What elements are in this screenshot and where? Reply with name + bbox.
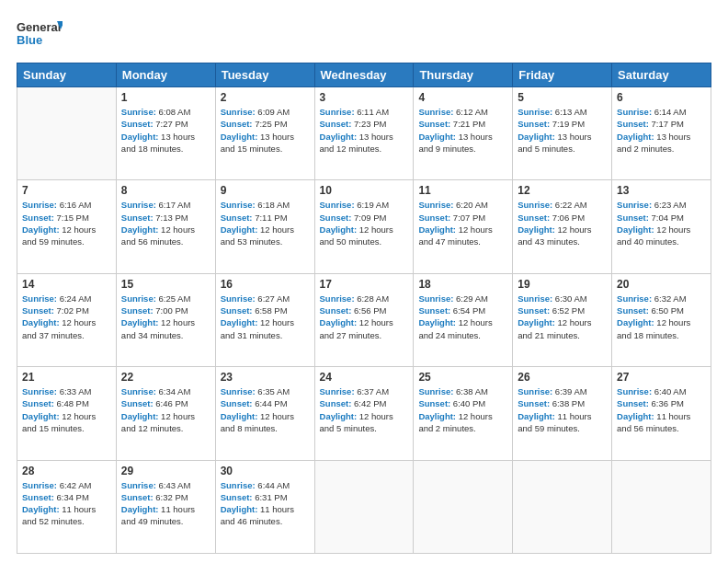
sunrise-label: Sunrise:	[221, 200, 256, 210]
sunrise-label: Sunrise:	[418, 386, 453, 396]
day-number: 27	[617, 371, 706, 384]
calendar-cell: 7 Sunrise: 6:16 AM Sunset: 7:15 PM Dayli…	[17, 180, 117, 273]
daylight-label: Daylight:	[617, 224, 654, 235]
sunrise-label: Sunrise:	[221, 480, 256, 490]
header: General Blue	[17, 17, 711, 53]
sunset-label: Sunset:	[418, 398, 450, 408]
day-info: Sunrise: 6:42 AM Sunset: 6:34 PM Dayligh…	[22, 479, 111, 528]
calendar-week-row: 7 Sunrise: 6:16 AM Sunset: 7:15 PM Dayli…	[17, 180, 711, 273]
day-info: Sunrise: 6:30 AM Sunset: 6:52 PM Dayligh…	[518, 293, 607, 341]
day-number: 18	[418, 278, 507, 291]
sunrise-label: Sunrise:	[22, 293, 57, 304]
day-info: Sunrise: 6:22 AM Sunset: 7:06 PM Dayligh…	[518, 199, 607, 247]
sunset-label: Sunset:	[121, 213, 154, 223]
calendar-cell: 23 Sunrise: 6:35 AM Sunset: 6:44 PM Dayl…	[215, 367, 314, 460]
day-info: Sunrise: 6:09 AM Sunset: 7:25 PM Dayligh…	[221, 106, 310, 155]
daylight-label: Daylight:	[617, 411, 654, 421]
sunset-label: Sunset:	[617, 119, 649, 129]
weekday-row: SundayMondayTuesdayWednesdayThursdayFrid…	[17, 63, 711, 87]
day-info: Sunrise: 6:28 AM Sunset: 6:56 PM Dayligh…	[320, 293, 409, 341]
day-info: Sunrise: 6:27 AM Sunset: 6:58 PM Dayligh…	[221, 293, 310, 341]
sunrise-label: Sunrise:	[121, 200, 156, 210]
sunrise-label: Sunrise:	[121, 293, 156, 304]
weekday-header: Thursday	[414, 63, 513, 87]
calendar-cell: 18 Sunrise: 6:29 AM Sunset: 6:54 PM Dayl…	[414, 273, 513, 366]
calendar-cell: 28 Sunrise: 6:42 AM Sunset: 6:34 PM Dayl…	[17, 460, 117, 553]
daylight-label: Daylight:	[518, 317, 555, 327]
sunset-label: Sunset:	[518, 119, 550, 129]
calendar-cell: 4 Sunrise: 6:12 AM Sunset: 7:21 PM Dayli…	[414, 87, 513, 180]
daylight-label: Daylight:	[221, 317, 258, 327]
calendar-cell: 3 Sunrise: 6:11 AM Sunset: 7:23 PM Dayli…	[314, 87, 414, 180]
day-info: Sunrise: 6:25 AM Sunset: 7:00 PM Dayligh…	[121, 293, 210, 341]
day-number: 15	[121, 278, 210, 291]
calendar-cell: 16 Sunrise: 6:27 AM Sunset: 6:58 PM Dayl…	[215, 273, 314, 366]
sunrise-label: Sunrise:	[617, 386, 652, 396]
sunrise-label: Sunrise:	[617, 200, 652, 210]
weekday-header: Sunday	[17, 63, 117, 87]
calendar-cell	[513, 460, 612, 553]
day-info: Sunrise: 6:38 AM Sunset: 6:40 PM Dayligh…	[418, 385, 507, 434]
sunrise-label: Sunrise:	[518, 293, 552, 304]
day-info: Sunrise: 6:19 AM Sunset: 7:09 PM Dayligh…	[320, 199, 409, 247]
day-info: Sunrise: 6:14 AM Sunset: 7:17 PM Dayligh…	[617, 106, 706, 155]
sunset-label: Sunset:	[617, 305, 649, 316]
sunset-label: Sunset:	[320, 305, 352, 316]
daylight-label: Daylight:	[121, 504, 159, 514]
day-number: 4	[418, 91, 507, 104]
sunrise-label: Sunrise:	[221, 386, 256, 396]
sunrise-label: Sunrise:	[320, 107, 355, 117]
daylight-label: Daylight:	[221, 504, 258, 514]
day-number: 12	[518, 184, 607, 197]
calendar-cell: 13 Sunrise: 6:23 AM Sunset: 7:04 PM Dayl…	[612, 180, 711, 273]
day-info: Sunrise: 6:29 AM Sunset: 6:54 PM Dayligh…	[418, 293, 507, 341]
sunset-label: Sunset:	[221, 398, 253, 408]
daylight-label: Daylight:	[320, 411, 358, 421]
weekday-header: Friday	[513, 63, 612, 87]
day-number: 10	[320, 184, 409, 197]
day-info: Sunrise: 6:43 AM Sunset: 6:32 PM Dayligh…	[121, 479, 210, 528]
calendar-cell: 6 Sunrise: 6:14 AM Sunset: 7:17 PM Dayli…	[612, 87, 711, 180]
sunrise-label: Sunrise:	[518, 386, 552, 396]
sunset-label: Sunset:	[121, 119, 154, 129]
sunrise-label: Sunrise:	[518, 200, 552, 210]
day-info: Sunrise: 6:23 AM Sunset: 7:04 PM Dayligh…	[617, 199, 706, 247]
sunset-label: Sunset:	[22, 213, 54, 223]
sunset-label: Sunset:	[518, 213, 550, 223]
daylight-label: Daylight:	[22, 504, 60, 514]
svg-text:Blue: Blue	[17, 33, 42, 47]
day-number: 30	[221, 465, 310, 477]
day-number: 28	[22, 465, 111, 477]
day-number: 3	[320, 91, 409, 104]
day-info: Sunrise: 6:12 AM Sunset: 7:21 PM Dayligh…	[418, 106, 507, 155]
calendar-cell	[17, 87, 117, 180]
day-info: Sunrise: 6:40 AM Sunset: 6:36 PM Dayligh…	[617, 385, 706, 434]
sunrise-label: Sunrise:	[418, 293, 453, 304]
sunset-label: Sunset:	[22, 305, 54, 316]
day-info: Sunrise: 6:17 AM Sunset: 7:13 PM Dayligh…	[121, 199, 210, 247]
calendar-cell: 19 Sunrise: 6:30 AM Sunset: 6:52 PM Dayl…	[513, 273, 612, 366]
calendar-cell	[314, 460, 414, 553]
calendar-cell: 30 Sunrise: 6:44 AM Sunset: 6:31 PM Dayl…	[215, 460, 314, 553]
sunset-label: Sunset:	[418, 213, 450, 223]
sunset-label: Sunset:	[320, 213, 352, 223]
day-number: 26	[518, 371, 607, 384]
calendar-cell: 8 Sunrise: 6:17 AM Sunset: 7:13 PM Dayli…	[116, 180, 215, 273]
sunset-label: Sunset:	[418, 305, 450, 316]
day-info: Sunrise: 6:11 AM Sunset: 7:23 PM Dayligh…	[320, 106, 409, 155]
daylight-label: Daylight:	[221, 411, 258, 421]
svg-text:General: General	[17, 20, 61, 34]
sunset-label: Sunset:	[320, 398, 352, 408]
day-number: 8	[121, 184, 210, 197]
day-number: 9	[221, 184, 310, 197]
sunrise-label: Sunrise:	[22, 480, 57, 490]
weekday-header: Wednesday	[314, 63, 414, 87]
day-info: Sunrise: 6:39 AM Sunset: 6:38 PM Dayligh…	[518, 385, 607, 434]
daylight-label: Daylight:	[418, 317, 456, 327]
day-info: Sunrise: 6:34 AM Sunset: 6:46 PM Dayligh…	[121, 385, 210, 434]
calendar-week-row: 28 Sunrise: 6:42 AM Sunset: 6:34 PM Dayl…	[17, 460, 711, 553]
daylight-label: Daylight:	[418, 224, 456, 235]
daylight-label: Daylight:	[518, 411, 555, 421]
day-number: 5	[518, 91, 607, 104]
day-number: 29	[121, 465, 210, 477]
